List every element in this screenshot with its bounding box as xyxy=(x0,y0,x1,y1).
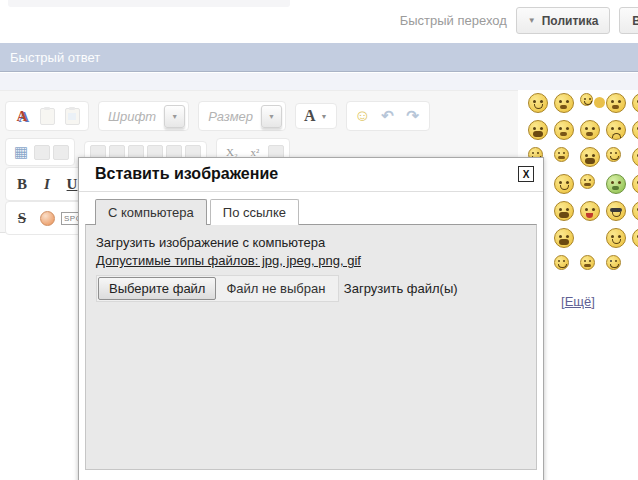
header-spacer xyxy=(0,73,638,90)
upload-heading: Загрузить изображение с компьютера xyxy=(96,234,526,252)
edge-smiley-2[interactable] xyxy=(632,120,638,140)
shy-smiley[interactable] xyxy=(606,147,621,162)
misc-group: ☺ ↶ ↷ xyxy=(346,101,430,131)
laughing-smiley[interactable] xyxy=(528,120,548,140)
partial-button[interactable]: В xyxy=(619,7,638,34)
more-emoticons-label: Ещё xyxy=(565,294,592,309)
clipboard-group: A xyxy=(5,101,89,131)
clipboard-icon xyxy=(40,108,55,125)
forum-select-label: Политика xyxy=(542,14,599,28)
beer-smiley[interactable] xyxy=(580,147,600,167)
twin-smileys[interactable] xyxy=(580,93,593,106)
strikethrough-button[interactable]: S xyxy=(11,205,33,231)
editor-icon-faded-2[interactable] xyxy=(53,145,69,160)
editor-icon-faded-1[interactable] xyxy=(34,145,50,160)
edge-smiley-5[interactable] xyxy=(632,201,638,221)
breadcrumb-placeholder xyxy=(8,0,290,7)
dialog-panel: Загрузить изображение с компьютера Допус… xyxy=(85,224,537,470)
font-dropdown[interactable]: Шрифт ▼ xyxy=(98,101,189,131)
green-grin-smiley[interactable] xyxy=(606,174,626,194)
cool-smiley[interactable] xyxy=(606,201,626,221)
chevron-down-icon: ▼ xyxy=(528,16,536,25)
undo-icon[interactable]: ↶ xyxy=(377,105,399,127)
quick-jump-label: Быстрый переход xyxy=(400,13,507,28)
bracket-close: ] xyxy=(591,294,595,309)
chick-smiley[interactable] xyxy=(554,93,574,113)
cheers-smiley[interactable] xyxy=(554,147,569,162)
font-dropdown-arrow-button[interactable]: ▼ xyxy=(164,105,185,128)
upload-files-link[interactable]: Загрузить файл(ы) xyxy=(344,281,458,296)
remove-format-icon[interactable]: A xyxy=(11,105,33,127)
surprised-smiley[interactable] xyxy=(580,120,600,140)
choose-file-button[interactable]: Выберите файл xyxy=(98,277,216,300)
insert-image-dialog: Вставить изображение X С компьютера По с… xyxy=(78,157,544,480)
image-icon xyxy=(40,211,55,226)
small-smile-smiley[interactable] xyxy=(554,255,569,270)
chevron-down-icon: ▼ xyxy=(268,113,275,120)
insert-smiley-icon[interactable]: ☺ xyxy=(352,105,374,127)
close-icon: X xyxy=(523,169,530,180)
quick-reply-title: Быстрый ответ xyxy=(10,50,100,65)
paste-icon[interactable] xyxy=(36,105,58,127)
size-dropdown-label: Размер xyxy=(208,109,253,124)
wink-smiley[interactable] xyxy=(554,174,574,194)
upset-smiley[interactable] xyxy=(606,120,626,140)
allowed-types-text: Допустимые типы файлов: jpg, jpeg, png, … xyxy=(96,252,526,270)
insert-image-button[interactable] xyxy=(36,207,58,229)
file-status-text: Файл не выбран xyxy=(216,281,337,296)
calm-smiley[interactable] xyxy=(528,93,548,113)
edge-smiley-6[interactable] xyxy=(632,228,638,248)
tab-from-computer[interactable]: С компьютера xyxy=(95,199,207,225)
italic-button[interactable]: I xyxy=(36,171,58,197)
edge-smiley-4[interactable] xyxy=(632,174,638,194)
size-dropdown[interactable]: Размер ▼ xyxy=(198,101,286,131)
style-group: B I U xyxy=(5,167,89,201)
dialog-header: Вставить изображение X xyxy=(79,158,543,192)
edge-smiley-3[interactable] xyxy=(632,147,638,167)
close-button[interactable]: X xyxy=(518,166,534,182)
door-smiley[interactable] xyxy=(554,120,574,140)
toolbar-row-1: A Шрифт ▼ Размер ▼ A ▼ ☺ ↶ ↷ xyxy=(5,101,430,131)
dialog-title: Вставить изображение xyxy=(95,165,278,183)
big-laugh-smiley[interactable] xyxy=(554,228,574,248)
bold-button[interactable]: B xyxy=(11,171,33,197)
text-color-button[interactable]: A ▼ xyxy=(295,103,337,129)
dialog-tabs: С компьютера По ссылке xyxy=(95,199,543,225)
hairy-laugh-smiley[interactable] xyxy=(554,201,574,221)
edge-smiley-1[interactable] xyxy=(632,93,638,113)
flirt-smiley[interactable] xyxy=(606,228,626,248)
font-dropdown-label: Шрифт xyxy=(108,109,156,124)
round-smiley[interactable] xyxy=(606,93,626,113)
chevron-down-icon: ▼ xyxy=(171,113,178,120)
paste-from-word-icon[interactable] xyxy=(61,105,83,127)
clipboard-word-icon xyxy=(65,108,80,125)
quick-reply-header: Быстрый ответ xyxy=(0,43,638,72)
headset-smiley[interactable] xyxy=(606,255,621,270)
tab-by-link[interactable]: По ссылке xyxy=(210,199,299,225)
tease-smiley[interactable] xyxy=(580,201,600,221)
kiss-smiley[interactable] xyxy=(580,174,595,189)
partial-button-label: В xyxy=(632,14,638,28)
redo-icon[interactable]: ↷ xyxy=(402,105,424,127)
smirk-smiley[interactable] xyxy=(580,255,595,270)
top-bar: Быстрый переход ▼ Политика В xyxy=(0,0,638,43)
insert-table-icon[interactable]: ▦ xyxy=(11,142,31,162)
size-dropdown-arrow-button[interactable]: ▼ xyxy=(261,105,282,128)
toolbar-row-3: B I U xyxy=(5,167,89,201)
forum-select-button[interactable]: ▼ Политика xyxy=(516,7,611,34)
table-group: ▦ xyxy=(5,138,75,166)
file-input[interactable]: Выберите файл Файл не выбран xyxy=(96,275,339,302)
chevron-down-icon: ▼ xyxy=(321,113,328,120)
top-bar-right: Быстрый переход ▼ Политика В xyxy=(400,7,638,34)
text-color-icon: A xyxy=(304,107,316,125)
